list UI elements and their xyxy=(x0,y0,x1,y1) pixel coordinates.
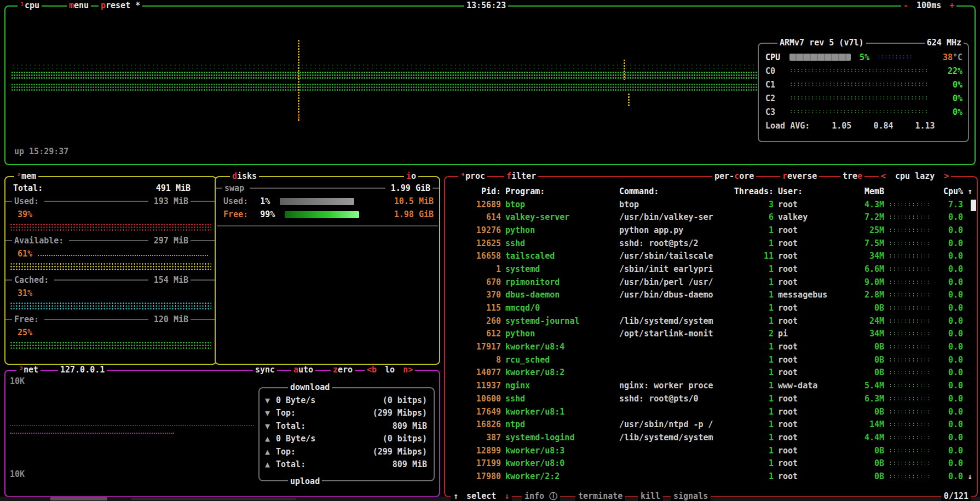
process-row[interactable]: 612python/opt/starlink-monit2pi34M0.0 xyxy=(445,328,977,341)
sync-button[interactable]: sync xyxy=(253,365,277,375)
process-row[interactable]: 17980kworker/2:21root0B0.0↓ xyxy=(445,470,977,483)
pid-cell: 11937 xyxy=(453,381,501,391)
filter-button[interactable]: filter xyxy=(504,171,538,181)
info-button[interactable]: info ⓘ xyxy=(522,491,560,501)
tree-button[interactable]: tree xyxy=(840,171,864,181)
terminate-button[interactable]: terminate xyxy=(575,491,625,501)
disk-used-value: 10.5 MiB xyxy=(394,196,439,206)
divider-line xyxy=(69,240,148,241)
cpu-box-title[interactable]: ¹cpu xyxy=(18,1,42,10)
cpu-cell: 0.0 xyxy=(937,225,963,235)
program-cell: kworker/u8:4 xyxy=(505,342,615,352)
command-cell: sshd: root@pts/2 xyxy=(619,238,729,248)
pid-cell: 260 xyxy=(453,316,501,326)
pid-cell: 115 xyxy=(453,303,501,313)
signals-button[interactable]: signals xyxy=(671,491,711,501)
process-row[interactable]: 16826ntpd/usr/sbin/ntpd -p /1root14M0.0 xyxy=(445,418,977,431)
mem-cell: 4.3M xyxy=(848,200,884,209)
auto-button[interactable]: auto xyxy=(291,365,315,375)
memory-box-title[interactable]: ²mem xyxy=(14,171,38,181)
process-row[interactable]: 115mmcqd/01root0B0.0 xyxy=(445,301,977,314)
divider-line xyxy=(5,319,12,320)
mem-cell: 0B xyxy=(848,471,884,481)
interface-switcher[interactable]: <b lo n> xyxy=(365,365,415,375)
process-row[interactable]: 8rcu_sched1root0B0.0 xyxy=(445,353,977,366)
pid-cell: 16658 xyxy=(453,251,501,261)
mem-section-label: Cached: xyxy=(12,275,51,285)
interface-next-button[interactable]: n> xyxy=(403,365,413,375)
sort-next-button[interactable]: > xyxy=(944,171,949,181)
scrollbar-thumb[interactable] xyxy=(971,200,976,211)
process-row[interactable]: 370dbus-daemon/usr/bin/dbus-daemo1messag… xyxy=(445,289,977,302)
threads-cell: 1 xyxy=(733,394,774,404)
preset-button[interactable]: preset * xyxy=(99,1,142,10)
column-threads[interactable]: Threads: xyxy=(733,187,774,196)
user-cell: messagebus xyxy=(778,290,844,300)
process-row[interactable]: 387systemd-logind/lib/systemd/system1roo… xyxy=(445,431,977,444)
process-row[interactable]: 19276pythonpython app.py1root25M0.0 xyxy=(445,224,977,237)
column-cpu[interactable]: Cpu% xyxy=(937,187,963,196)
select-down-arrow[interactable]: ↓ xyxy=(504,491,509,501)
select-up-arrow[interactable]: ↑ xyxy=(453,491,458,501)
command-cell: /sbin/init earlypri xyxy=(619,264,729,274)
threads-cell: 1 xyxy=(733,407,774,417)
process-row[interactable]: 16658tailscaled/usr/sbin/tailscale11root… xyxy=(445,249,977,263)
column-user[interactable]: User: xyxy=(778,187,844,196)
per-core-button[interactable]: per-core xyxy=(712,171,756,181)
auto-hotkey: a xyxy=(293,365,298,375)
process-box-title[interactable]: ⁴proc xyxy=(458,171,487,181)
network-box-title[interactable]: ³net xyxy=(16,365,41,375)
process-row[interactable]: 14077kworker/u8:21root0B0.0 xyxy=(445,366,977,380)
sort-column-label: cpu lazy xyxy=(895,171,935,181)
user-cell: root xyxy=(778,225,844,235)
core-label: C3 xyxy=(765,107,789,117)
network-interface[interactable]: 127.0.0.1 xyxy=(58,365,107,375)
mem-cell: 6.6M xyxy=(848,264,884,274)
disk-free-row: Free: 99% 1.98 GiB xyxy=(216,208,439,221)
interface-prev-button[interactable]: <b xyxy=(367,365,377,375)
cpu-temperature-unit: °C xyxy=(953,53,962,62)
process-row[interactable]: 17199kworker/u8:01root0B0.0 xyxy=(445,457,977,470)
process-row[interactable]: 12899kworker/u8:31root0B0.0 xyxy=(445,444,977,457)
process-row[interactable]: 260systemd-journal/lib/systemd/system1ro… xyxy=(445,314,977,328)
zero-button[interactable]: zero xyxy=(331,365,355,375)
sort-prev-button[interactable]: < xyxy=(881,171,886,181)
sort-column-selector[interactable]: < cpu lazy > xyxy=(879,171,951,181)
download-arrow-icon: ▼ xyxy=(265,408,276,418)
disks-box-title[interactable]: disks xyxy=(230,171,259,181)
column-command[interactable]: Command: xyxy=(619,187,729,196)
tree-pre: tre xyxy=(843,171,857,181)
process-row[interactable]: 11937nginxnginx: worker proce1www-data5.… xyxy=(445,379,977,392)
process-row[interactable]: 12689btopbtop3root4.3M7.3 xyxy=(445,198,977,211)
column-program[interactable]: Program: xyxy=(505,187,615,196)
mem-cell: 0B xyxy=(848,355,884,365)
scroll-down-indicator[interactable]: ↓ xyxy=(967,471,978,481)
preset-label: reset * xyxy=(106,1,140,10)
select-control[interactable]: ↑ select ↓ xyxy=(451,491,512,501)
process-row[interactable]: 10600sshdsshd: root@pts/01root6.3M0.0 xyxy=(445,392,977,405)
process-row[interactable]: 614valkey-server/usr/bin/valkey-ser6valk… xyxy=(445,211,977,224)
disk-free-label: Free: xyxy=(216,209,248,219)
process-row[interactable]: 17917kworker/u8:41root0B0.0 xyxy=(445,340,977,353)
sync-label: sync xyxy=(255,365,275,375)
load-avg-row: Load AVG: 1.05 0.84 1.13 xyxy=(759,119,968,132)
threads-cell: 3 xyxy=(733,200,774,209)
mem-section-graph xyxy=(10,223,211,231)
interval-decrease-button[interactable]: - xyxy=(903,1,908,10)
io-mode-button[interactable]: io xyxy=(404,171,418,181)
reverse-button[interactable]: reverse xyxy=(780,171,819,181)
interval-increase-button[interactable]: + xyxy=(949,1,954,10)
cpu-graph-band-upper xyxy=(11,71,759,80)
mem-section-label-row: Cached:154 MiB xyxy=(5,273,216,287)
kill-button[interactable]: kill xyxy=(638,491,663,501)
menu-button[interactable]: menu xyxy=(67,1,91,10)
process-row[interactable]: 12625sshdsshd: root@pts/21root7.5M0.0 xyxy=(445,237,977,250)
process-row[interactable]: 17649kworker/u8:11root0B0.0 xyxy=(445,405,977,418)
disk-free-value: 1.98 GiB xyxy=(394,209,439,219)
scroll-up-indicator[interactable]: ↑ xyxy=(967,187,978,196)
process-row[interactable]: 1systemd/sbin/init earlypri1root6.6M0.0 xyxy=(445,263,977,276)
column-pid[interactable]: Pid: xyxy=(453,187,501,196)
column-memb[interactable]: MemB xyxy=(848,187,884,196)
mem-section-percent-row: 25% xyxy=(5,326,216,339)
process-row[interactable]: 670rpimonitord/usr/bin/perl /usr/1root9.… xyxy=(445,276,977,289)
